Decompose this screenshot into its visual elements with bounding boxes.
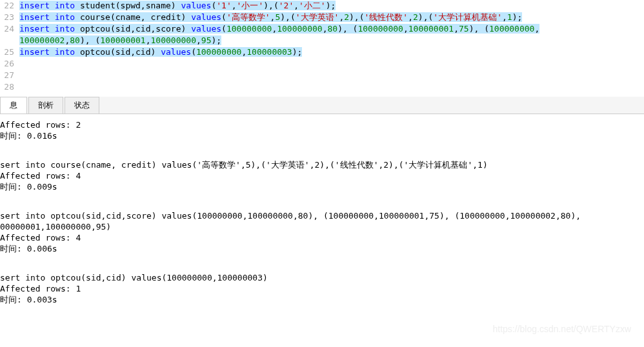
editor-line[interactable]: 23insert into course(cname, credit) valu… bbox=[0, 12, 644, 23]
line-number: 24 bbox=[0, 23, 19, 35]
code-content[interactable]: insert into optcou(sid,cid) values(10000… bbox=[19, 46, 302, 58]
result-block: Affected rows: 2 时间: 0.016s bbox=[0, 119, 644, 141]
tab-info[interactable]: 息 bbox=[0, 97, 27, 114]
affected-rows: Affected rows: 4 bbox=[0, 232, 644, 243]
result-block: sert into course(cname, credit) values('… bbox=[0, 159, 644, 192]
query-echo: sert into course(cname, credit) values('… bbox=[0, 159, 644, 170]
editor-line[interactable]: 28 bbox=[0, 81, 644, 93]
editor-line[interactable]: 26 bbox=[0, 58, 644, 70]
tab-profile[interactable]: 剖析 bbox=[28, 97, 63, 114]
editor-line[interactable]: 27 bbox=[0, 70, 644, 81]
affected-rows: Affected rows: 2 bbox=[0, 119, 644, 130]
line-number: 23 bbox=[0, 12, 19, 23]
query-echo: sert into optcou(sid,cid) values(1000000… bbox=[0, 272, 644, 283]
code-content[interactable]: 100000002,80), (100000001,100000000,95); bbox=[19, 35, 221, 46]
watermark: https://blog.csdn.net/QWERTYzxw bbox=[493, 324, 632, 334]
line-number bbox=[0, 35, 19, 46]
query-echo-cont: 00000001,100000000,95) bbox=[0, 221, 644, 232]
result-tabs: 息 剖析 状态 bbox=[0, 97, 644, 114]
exec-time: 时间: 0.016s bbox=[0, 130, 644, 141]
editor-line[interactable]: 25insert into optcou(sid,cid) values(100… bbox=[0, 46, 644, 58]
line-number: 27 bbox=[0, 70, 19, 81]
results-panel: Affected rows: 2 时间: 0.016s sert into co… bbox=[0, 114, 644, 305]
result-block: sert into optcou(sid,cid) values(1000000… bbox=[0, 272, 644, 305]
code-content[interactable]: insert into optcou(sid,cid,score) values… bbox=[19, 23, 539, 35]
sql-editor[interactable]: 22insert into student(spwd,sname) values… bbox=[0, 0, 644, 93]
line-number: 26 bbox=[0, 58, 19, 70]
line-number: 22 bbox=[0, 0, 19, 12]
code-content[interactable]: insert into course(cname, credit) values… bbox=[19, 12, 522, 23]
tab-status[interactable]: 状态 bbox=[65, 97, 99, 114]
affected-rows: Affected rows: 1 bbox=[0, 283, 644, 294]
editor-line[interactable]: 24insert into optcou(sid,cid,score) valu… bbox=[0, 23, 644, 35]
exec-time: 时间: 0.009s bbox=[0, 181, 644, 192]
result-block: sert into optcou(sid,cid,score) values(1… bbox=[0, 210, 644, 254]
query-echo: sert into optcou(sid,cid,score) values(1… bbox=[0, 210, 644, 221]
line-number: 28 bbox=[0, 81, 19, 93]
affected-rows: Affected rows: 4 bbox=[0, 170, 644, 181]
exec-time: 时间: 0.003s bbox=[0, 294, 644, 305]
editor-line[interactable]: 22insert into student(spwd,sname) values… bbox=[0, 0, 644, 12]
editor-line[interactable]: 100000002,80), (100000001,100000000,95); bbox=[0, 35, 644, 46]
code-content[interactable]: insert into student(spwd,sname) values('… bbox=[19, 0, 336, 12]
exec-time: 时间: 0.006s bbox=[0, 243, 644, 254]
line-number: 25 bbox=[0, 46, 19, 58]
